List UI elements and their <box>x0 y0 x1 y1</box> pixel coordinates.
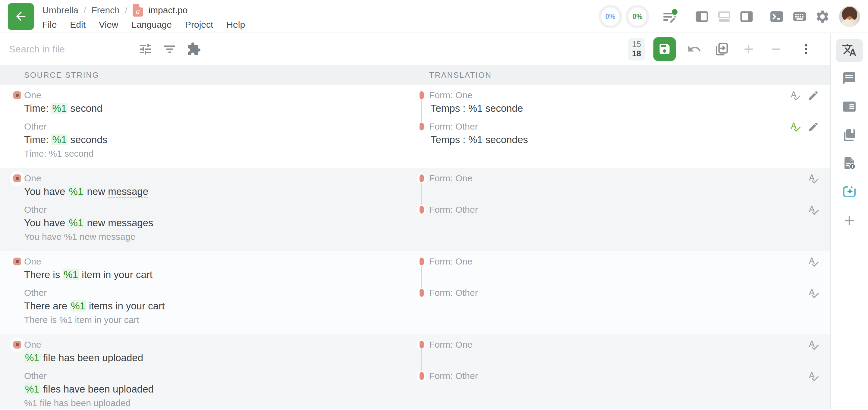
translation-status-badge <box>417 371 427 381</box>
placeholder-token: %1 <box>24 383 40 395</box>
string-group: OneTime: %1 secondForm: OneTemps : %1 se… <box>0 85 830 168</box>
layout-right-panel-icon[interactable] <box>738 8 755 25</box>
spellcheck-icon[interactable] <box>808 173 819 184</box>
settings-gear-icon[interactable] <box>814 8 831 25</box>
breadcrumb-project[interactable]: Umbrella <box>42 5 79 15</box>
translation-status-badge <box>417 174 427 183</box>
plural-form-label: One <box>24 173 41 184</box>
sidebar-add-tab[interactable]: + <box>836 209 863 232</box>
breadcrumb-language[interactable]: French <box>92 5 120 15</box>
spellcheck-icon[interactable] <box>808 339 819 351</box>
translation-progress-ring[interactable]: 0% <box>598 5 622 28</box>
undo-icon[interactable] <box>686 41 703 58</box>
placeholder-token: %1 <box>63 269 79 280</box>
back-button[interactable] <box>8 3 34 30</box>
column-header-source: SOURCE STRING <box>24 70 99 80</box>
source-cell[interactable]: OtherTime: %1 secondsTime: %1 second <box>0 121 410 160</box>
edit-pencil-icon[interactable] <box>808 121 819 132</box>
translation-form-label: Form: Other <box>429 121 478 132</box>
top-header-bar: Umbrella / French / a impact.po FileEdit… <box>0 0 868 33</box>
plural-form-label: One <box>24 256 41 266</box>
add-plus-icon: + <box>844 212 855 229</box>
approval-progress-value: 0% <box>632 13 642 21</box>
user-avatar[interactable] <box>839 6 860 27</box>
status-badge <box>10 171 24 186</box>
source-cell[interactable]: OtherYou have %1 new messagesYou have %1… <box>0 203 410 244</box>
spellcheck-icon[interactable] <box>789 90 801 101</box>
source-cell[interactable]: OneThere is %1 item in your cart <box>0 255 410 282</box>
po-file-icon: a <box>133 4 143 17</box>
source-string-text: %1 files have been uploaded <box>24 382 410 397</box>
plugins-puzzle-icon[interactable] <box>186 41 202 57</box>
translation-cell[interactable]: Form: OneTemps : %1 seconde <box>410 89 776 116</box>
translation-cell[interactable]: Form: OtherTemps : %1 secondes <box>410 121 776 160</box>
translation-cell[interactable]: Form: One <box>410 172 776 199</box>
edit-pencil-icon[interactable] <box>808 90 819 101</box>
translation-cell[interactable]: Form: Other <box>410 287 776 326</box>
placeholder-token: %1 <box>68 217 84 228</box>
source-string-text: %1 file has been uploaded <box>24 351 410 365</box>
sidebar-comments-tab[interactable] <box>836 67 863 90</box>
editor-mode-icon[interactable] <box>662 8 678 25</box>
spellcheck-icon[interactable] <box>808 371 819 382</box>
spellcheck-icon[interactable] <box>808 287 819 299</box>
form-connector-line <box>421 183 422 205</box>
spellcheck-icon[interactable] <box>808 204 819 216</box>
translation-cell[interactable]: Form: One <box>410 255 776 282</box>
string-row: OneThere is %1 item in your cartForm: On… <box>0 255 830 282</box>
filter-list-icon[interactable] <box>161 41 178 57</box>
keyboard-shortcuts-icon[interactable] <box>792 8 808 25</box>
menu-view[interactable]: View <box>99 20 118 30</box>
console-icon[interactable] <box>769 8 785 25</box>
translation-cell[interactable]: Form: One <box>410 339 776 365</box>
string-group: OneYou have %1 new messageForm: OneOther… <box>0 168 830 251</box>
sidebar-translations-tab[interactable] <box>836 39 863 62</box>
right-sidebar: + <box>831 33 868 409</box>
decrease-font-icon[interactable]: − <box>767 41 784 58</box>
translation-status-badge <box>417 340 427 349</box>
translation-cell[interactable]: Form: Other <box>410 203 776 244</box>
placeholder-token: %1 <box>24 352 40 363</box>
string-row: OtherTime: %1 secondsTime: %1 secondForm… <box>0 121 830 160</box>
row-actions <box>776 203 830 244</box>
row-actions <box>776 370 830 409</box>
column-header-translation: TRANSLATION <box>429 70 492 80</box>
translation-form-label: Form: One <box>429 173 472 184</box>
menu-file[interactable]: File <box>42 20 57 30</box>
form-connector-line <box>421 349 422 371</box>
source-cell[interactable]: OtherThere are %1 items in your cartTher… <box>0 287 410 326</box>
menu-bar: FileEditViewLanguageProjectHelp <box>42 20 245 30</box>
search-input[interactable] <box>9 44 130 55</box>
source-singular-reference: There is %1 item in your cart <box>24 313 410 326</box>
layout-bottom-panel-icon[interactable] <box>716 8 733 25</box>
approval-progress-ring[interactable]: 0% <box>626 5 649 28</box>
sidebar-context-tab[interactable] <box>836 96 863 119</box>
source-cell[interactable]: OneTime: %1 second <box>0 89 410 116</box>
source-cell[interactable]: One%1 file has been uploaded <box>0 339 410 365</box>
translation-cell[interactable]: Form: Other <box>410 370 776 409</box>
tune-filters-icon[interactable] <box>137 41 154 57</box>
source-string-text: There is %1 item in your cart <box>24 267 410 282</box>
row-actions <box>776 172 830 199</box>
source-cell[interactable]: OneYou have %1 new message <box>0 172 410 199</box>
sidebar-ai-assistant-tab[interactable] <box>836 181 863 203</box>
sidebar-glossary-tab[interactable] <box>836 124 863 147</box>
translation-form-label: Form: Other <box>429 204 478 215</box>
form-connector-line <box>421 266 422 288</box>
menu-edit[interactable]: Edit <box>70 20 86 30</box>
menu-project[interactable]: Project <box>185 20 213 30</box>
menu-help[interactable]: Help <box>226 20 245 30</box>
placeholder-token: %1 <box>70 301 86 312</box>
duplicate-copy-icon[interactable] <box>713 41 730 58</box>
layout-left-panel-icon[interactable] <box>694 8 710 25</box>
sidebar-file-info-tab[interactable] <box>836 152 863 175</box>
back-arrow-icon <box>14 9 28 24</box>
spellcheck-icon[interactable] <box>808 256 819 267</box>
spellcheck-icon[interactable] <box>789 121 801 132</box>
source-cell[interactable]: Other%1 files have been uploaded%1 file … <box>0 370 410 409</box>
save-button[interactable] <box>653 37 676 61</box>
kebab-menu-icon[interactable] <box>798 41 814 58</box>
plural-form-label: Other <box>24 121 47 132</box>
menu-language[interactable]: Language <box>132 20 172 30</box>
increase-font-icon[interactable]: + <box>740 41 757 58</box>
